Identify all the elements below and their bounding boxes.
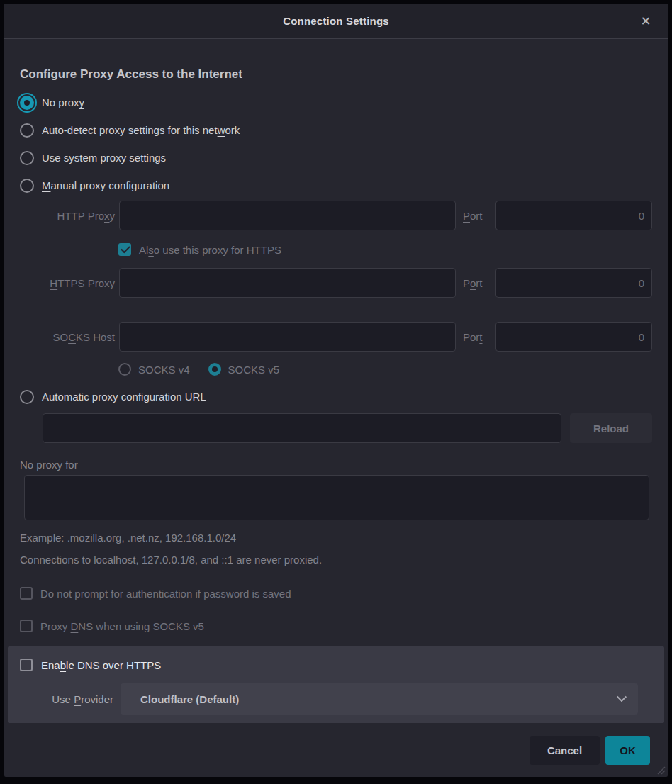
radio-no-proxy[interactable]: No proxy [20,89,652,116]
dns-over-https-section: Enable DNS over HTTPS Use Provider Cloud… [8,646,664,723]
socks-host-label: SOCKS Host [20,331,115,343]
checkbox-icon [20,587,33,600]
radio-socks-v4[interactable]: SOCKS v4 [118,363,190,376]
socks-host-input[interactable] [119,322,456,352]
no-proxy-for-label: No proxy for [20,459,652,471]
https-port-input[interactable] [495,268,652,298]
no-proxy-for-textarea[interactable] [24,475,649,520]
radio-socks-v5[interactable]: SOCKS v5 [208,363,280,376]
provider-row: Use Provider Cloudflare (Default) [20,683,652,715]
checkbox-checked-icon [118,243,131,256]
titlebar: Connection Settings ✕ [4,4,668,39]
use-provider-label: Use Provider [20,693,113,705]
radio-selected-icon [20,96,34,110]
enable-doh-label: Enable DNS over HTTPS [41,659,161,671]
http-port-input[interactable] [495,201,652,230]
dialog-footer: Cancel OK [4,723,668,777]
radio-system-proxy-label: Use system proxy settings [42,152,166,164]
socks-v4-label: SOCKS v4 [138,364,190,376]
share-proxy-label: Also use this proxy for HTTPS [139,244,281,256]
share-proxy-checkbox-row[interactable]: Also use this proxy for HTTPS [118,240,652,259]
no-auth-prompt-label: Do not prompt for authentication if pass… [40,588,291,600]
provider-dropdown[interactable]: Cloudflare (Default) [121,683,638,715]
radio-auto-config-url[interactable]: Automatic proxy configuration URL [20,383,652,410]
ok-button[interactable]: OK [605,736,650,765]
radio-icon [20,151,34,165]
socks-host-row: SOCKS Host Port [20,322,652,352]
dialog-title: Connection Settings [283,15,389,27]
socks-v5-label: SOCKS v5 [228,364,280,376]
http-proxy-input[interactable] [119,201,456,230]
radio-manual-proxy-label: Manual proxy configuration [42,179,169,191]
radio-icon [20,179,34,193]
proxy-dns-checkbox-row[interactable]: Proxy DNS when using SOCKS v5 [20,617,652,635]
radio-auto-detect[interactable]: Auto-detect proxy settings for this netw… [20,116,652,144]
radio-auto-detect-label: Auto-detect proxy settings for this netw… [42,124,240,136]
http-port-label: Port [463,210,490,222]
socks-port-label: Port [463,331,490,343]
cancel-button[interactable]: Cancel [530,736,600,765]
radio-system-proxy[interactable]: Use system proxy settings [20,144,652,172]
http-proxy-row: HTTP Proxy Port [20,201,652,230]
http-proxy-label: HTTP Proxy [20,210,115,222]
page-title: Configure Proxy Access to the Internet [20,67,652,82]
auto-config-url-row: Reload [43,413,652,443]
https-proxy-row: HTTPS Proxy Port [20,268,652,298]
chevron-down-icon [617,692,627,702]
reload-button[interactable]: Reload [570,413,652,443]
socks-port-input[interactable] [495,322,652,352]
radio-auto-config-url-label: Automatic proxy configuration URL [42,391,206,403]
resize-grip[interactable] [656,765,666,775]
checkbox-icon [20,659,33,671]
provider-dropdown-value: Cloudflare (Default) [140,693,239,705]
connection-settings-dialog: Connection Settings ✕ Configure Proxy Ac… [4,4,668,777]
radio-selected-icon [208,363,221,376]
localhost-note-text: Connections to localhost, 127.0.0.1/8, a… [20,554,652,566]
enable-doh-checkbox-row[interactable]: Enable DNS over HTTPS [20,656,652,674]
https-port-label: Port [463,277,490,289]
https-proxy-input[interactable] [119,268,456,298]
radio-icon [20,123,34,138]
radio-no-proxy-label: No proxy [42,96,84,108]
radio-icon [118,363,131,376]
checkbox-icon [20,620,33,632]
dialog-content: Configure Proxy Access to the Internet N… [4,39,668,635]
no-auth-prompt-checkbox-row[interactable]: Do not prompt for authentication if pass… [20,584,652,603]
auto-config-url-input[interactable] [43,413,561,443]
radio-manual-proxy[interactable]: Manual proxy configuration [20,172,652,199]
https-proxy-label: HTTPS Proxy [20,277,115,289]
proxy-dns-label: Proxy DNS when using SOCKS v5 [40,620,204,632]
socks-version-group: SOCKS v4 SOCKS v5 [118,360,652,379]
radio-icon [20,390,34,404]
close-icon[interactable]: ✕ [634,4,658,38]
no-proxy-example-text: Example: .mozilla.org, .net.nz, 192.168.… [20,532,652,544]
